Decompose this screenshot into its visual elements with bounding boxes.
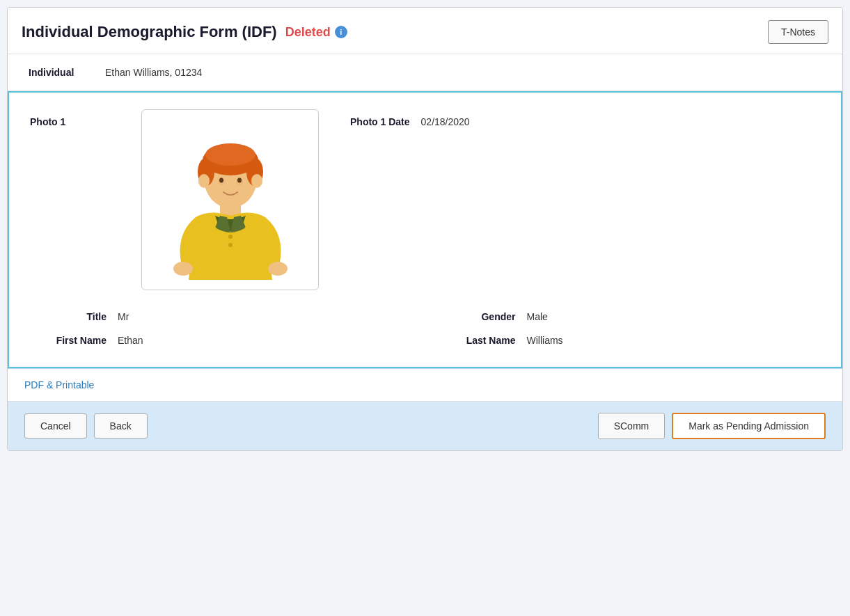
bottom-bar: PDF & Printable Cancel Back SComm Mark a… xyxy=(8,368,842,450)
gender-label: Gender xyxy=(439,311,516,322)
photo1-label: Photo 1 xyxy=(30,109,141,127)
photo1-image-col xyxy=(141,109,322,290)
lastname-row: Last Name Williams xyxy=(439,335,821,346)
info-icon[interactable]: i xyxy=(335,26,347,38)
photo-date-col: Photo 1 Date 02/18/2020 xyxy=(350,109,470,127)
svg-point-10 xyxy=(219,178,223,183)
firstname-label: First Name xyxy=(30,335,107,346)
back-button[interactable]: Back xyxy=(94,413,148,439)
avatar-svg xyxy=(161,120,300,280)
title-value: Mr xyxy=(118,311,129,322)
svg-point-11 xyxy=(237,178,242,183)
pdf-printable-link[interactable]: PDF & Printable xyxy=(24,379,94,390)
photo1-date-value: 02/18/2020 xyxy=(421,116,470,127)
photo-row: Photo 1 xyxy=(30,109,820,290)
mark-pending-button[interactable]: Mark as Pending Admission xyxy=(672,413,826,439)
deleted-badge: Deleted xyxy=(285,25,331,40)
page-header: Individual Demographic Form (IDF) Delete… xyxy=(8,8,842,54)
individual-row: Individual Ethan Williams, 01234 xyxy=(29,67,821,78)
gender-row: Gender Male xyxy=(439,311,821,322)
title-label: Title xyxy=(30,311,107,322)
photo1-date-label: Photo 1 Date xyxy=(350,116,410,127)
individual-value: Ethan Williams, 01234 xyxy=(105,67,202,78)
firstname-row: First Name Ethan xyxy=(30,335,411,346)
individual-section: Individual Ethan Williams, 01234 xyxy=(8,54,842,91)
svg-point-15 xyxy=(268,262,288,276)
svg-point-13 xyxy=(228,243,233,247)
page-wrapper: Individual Demographic Form (IDF) Delete… xyxy=(7,7,843,451)
action-bar: Cancel Back SComm Mark as Pending Admiss… xyxy=(8,402,842,450)
form-section: Photo 1 xyxy=(8,91,842,368)
svg-point-6 xyxy=(198,174,210,188)
svg-point-5 xyxy=(205,143,255,166)
page-title: Individual Demographic Form (IDF) xyxy=(22,23,277,41)
firstname-value: Ethan xyxy=(118,335,143,346)
svg-point-12 xyxy=(228,235,233,239)
tnotes-button[interactable]: T-Notes xyxy=(768,20,828,44)
scomm-button[interactable]: SComm xyxy=(598,413,666,439)
pdf-bar: PDF & Printable xyxy=(8,369,842,402)
svg-point-14 xyxy=(173,262,193,276)
cancel-button[interactable]: Cancel xyxy=(24,413,87,439)
photo-frame xyxy=(141,109,319,290)
fields-grid: Title Mr Gender Male First Name Ethan La… xyxy=(30,311,820,346)
gender-value: Male xyxy=(527,311,548,322)
individual-label: Individual xyxy=(29,67,91,78)
right-actions: SComm Mark as Pending Admission xyxy=(598,413,826,439)
title-row: Title Mr xyxy=(30,311,411,322)
lastname-value: Williams xyxy=(527,335,563,346)
lastname-label: Last Name xyxy=(439,335,516,346)
svg-point-7 xyxy=(251,174,262,188)
left-actions: Cancel Back xyxy=(24,413,148,439)
